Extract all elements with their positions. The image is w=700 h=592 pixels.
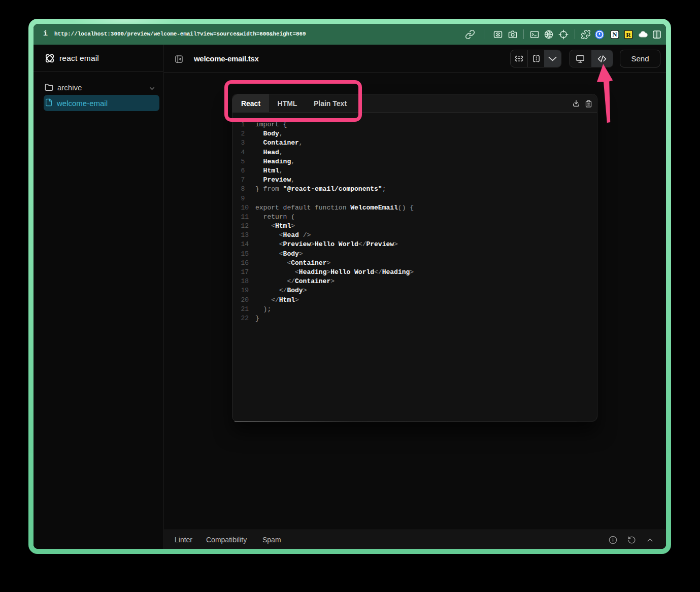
svg-text:R: R <box>626 31 631 39</box>
svg-text:N: N <box>612 31 617 39</box>
